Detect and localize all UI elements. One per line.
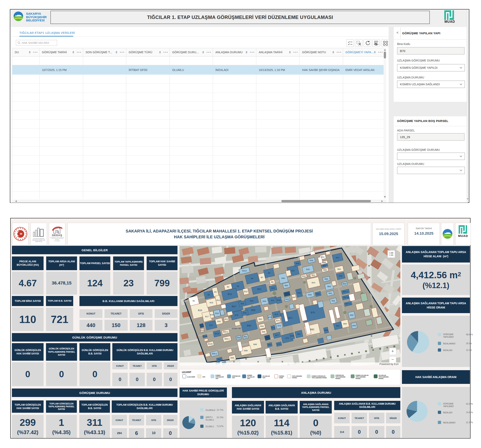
svg-text:B29: B29 <box>250 300 254 302</box>
svg-text:B82: B82 <box>310 328 314 331</box>
svg-text:B14: B14 <box>217 299 220 301</box>
svg-text:B84: B84 <box>260 325 264 327</box>
svg-text:B30: B30 <box>263 300 266 302</box>
svg-text:B15: B15 <box>210 301 213 304</box>
svg-text:B60: B60 <box>344 323 347 325</box>
svg-text:B59: B59 <box>353 324 356 327</box>
svg-text:Powered by Esri: Powered by Esri <box>379 363 398 366</box>
svg-text:B57-C: B57-C <box>346 303 351 305</box>
svg-text:B33: B33 <box>251 309 255 311</box>
svg-text:B94-1: B94-1 <box>212 352 217 355</box>
svg-text:B12: B12 <box>244 290 248 292</box>
svg-text:B17: B17 <box>205 315 209 318</box>
svg-text:B93-2: B93-2 <box>223 331 228 333</box>
svg-text:B31: B31 <box>271 299 274 301</box>
svg-text:B3395-739: B3395-739 <box>232 328 240 329</box>
svg-text:B38: B38 <box>296 262 299 265</box>
svg-text:B67: B67 <box>323 265 326 267</box>
svg-text:B68: B68 <box>323 261 326 263</box>
svg-text:B27: B27 <box>232 305 236 308</box>
svg-text:B3: B3 <box>214 291 217 293</box>
svg-text:B92: B92 <box>247 324 251 327</box>
svg-text:B41: B41 <box>312 274 315 276</box>
svg-text:B104: B104 <box>215 332 219 335</box>
svg-text:B95: B95 <box>231 357 234 359</box>
svg-text:B13: B13 <box>228 293 232 295</box>
svg-text:B71: B71 <box>288 317 293 319</box>
svg-text:B32: B32 <box>277 299 281 301</box>
svg-text:B62: B62 <box>332 300 335 302</box>
svg-text:B42: B42 <box>302 275 306 277</box>
svg-text:B19: B19 <box>215 312 219 314</box>
svg-text:B21: B21 <box>225 318 228 320</box>
svg-text:−: − <box>391 357 394 362</box>
svg-text:B1: B1 <box>193 300 195 302</box>
svg-text:B66: B66 <box>323 269 327 271</box>
svg-text:B43: B43 <box>312 282 315 284</box>
svg-text:B8: B8 <box>268 272 270 274</box>
svg-text:B57-B: B57-B <box>344 296 349 299</box>
svg-text:B87: B87 <box>268 343 271 346</box>
svg-text:B93-1: B93-1 <box>225 338 230 340</box>
svg-text:B22: B22 <box>218 320 221 322</box>
svg-text:B45: B45 <box>308 294 312 296</box>
svg-text:B90: B90 <box>237 336 240 339</box>
svg-text:B10: B10 <box>271 287 275 289</box>
svg-text:B35: B35 <box>235 314 238 316</box>
svg-text:B81: B81 <box>297 333 301 335</box>
svg-text:B77: B77 <box>275 334 279 336</box>
svg-text:B80: B80 <box>291 335 294 337</box>
svg-text:B55: B55 <box>339 275 342 277</box>
svg-text:B50: B50 <box>285 284 288 286</box>
svg-text:B39: B39 <box>310 259 313 261</box>
svg-text:B18: B18 <box>210 314 214 316</box>
svg-text:B86: B86 <box>266 336 269 339</box>
svg-text:B23: B23 <box>209 324 213 326</box>
svg-text:B54: B54 <box>338 268 341 270</box>
svg-text:B6: B6 <box>251 277 253 279</box>
svg-text:B16: B16 <box>198 309 202 312</box>
svg-text:B51: B51 <box>321 256 325 258</box>
svg-text:B34: B34 <box>243 312 247 314</box>
svg-text:B73: B73 <box>268 316 272 318</box>
svg-text:B24: B24 <box>201 329 204 331</box>
svg-text:+: + <box>391 349 394 354</box>
svg-text:B88: B88 <box>254 343 257 345</box>
svg-text:B9: B9 <box>271 281 273 283</box>
svg-text:B40: B40 <box>306 268 310 270</box>
svg-text:B63: B63 <box>329 292 332 294</box>
svg-text:B74: B74 <box>276 320 280 322</box>
svg-text:B72: B72 <box>275 313 278 315</box>
svg-text:B83: B83 <box>259 318 262 320</box>
svg-text:B91: B91 <box>244 336 247 338</box>
svg-text:B2: B2 <box>208 294 210 296</box>
svg-text:B75: B75 <box>278 325 281 327</box>
svg-text:B99: B99 <box>218 358 221 360</box>
svg-text:B70: B70 <box>311 311 315 314</box>
svg-text:B64: B64 <box>328 285 331 288</box>
svg-text:B4: B4 <box>227 286 229 288</box>
svg-text:B44: B44 <box>316 293 320 295</box>
svg-text:B46: B46 <box>297 292 301 294</box>
svg-text:B47: B47 <box>293 296 296 299</box>
svg-text:B78: B78 <box>277 343 281 345</box>
svg-text:B114: B114 <box>242 269 247 272</box>
svg-text:B11: B11 <box>257 288 261 290</box>
svg-text:B58: B58 <box>350 314 353 316</box>
svg-text:B57-A: B57-A <box>343 291 348 293</box>
svg-text:B56: B56 <box>343 283 346 285</box>
svg-text:B5: B5 <box>237 285 239 287</box>
svg-text:B100: B100 <box>208 343 213 345</box>
svg-text:B69: B69 <box>324 329 328 331</box>
svg-text:B65: B65 <box>325 278 328 280</box>
svg-text:B53: B53 <box>336 256 339 259</box>
svg-text:B36: B36 <box>282 277 285 279</box>
svg-text:B37: B37 <box>291 269 295 272</box>
svg-text:B61: B61 <box>336 325 340 327</box>
svg-text:B102: B102 <box>203 335 207 337</box>
svg-text:B28: B28 <box>241 302 244 305</box>
svg-text:B76: B76 <box>271 327 275 329</box>
svg-text:B89: B89 <box>244 349 248 352</box>
svg-text:B79: B79 <box>286 337 289 339</box>
svg-text:B49: B49 <box>285 293 289 295</box>
